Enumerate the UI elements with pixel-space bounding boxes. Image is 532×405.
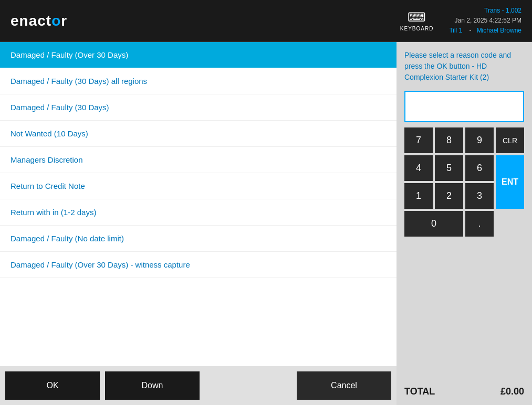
numpad: 789CLR456ENT1230. bbox=[404, 127, 524, 237]
cancel-button[interactable]: Cancel bbox=[297, 371, 391, 400]
main-content: Damaged / Faulty (Over 30 Days)Damaged /… bbox=[0, 42, 532, 405]
reason-item-1[interactable]: Damaged / Faulty (30 Days) all regions bbox=[0, 68, 397, 94]
numpad-key-7[interactable]: 7 bbox=[404, 127, 433, 153]
down-button[interactable]: Down bbox=[105, 371, 200, 400]
till-label: Till 1 bbox=[449, 27, 462, 34]
numpad-key-2[interactable]: 2 bbox=[435, 183, 463, 209]
numpad-key-5[interactable]: 5 bbox=[435, 155, 463, 181]
reason-item-7[interactable]: Damaged / Faulty (No date limit) bbox=[0, 226, 397, 252]
numpad-key-8[interactable]: 8 bbox=[435, 127, 463, 153]
trans-label: Trans bbox=[484, 7, 500, 14]
number-input-field[interactable] bbox=[410, 101, 519, 112]
left-panel: Damaged / Faulty (Over 30 Days)Damaged /… bbox=[0, 42, 397, 405]
date-line: Jan 2, 2025 4:22:52 PM bbox=[449, 16, 521, 26]
numpad-key-clr[interactable]: CLR bbox=[496, 127, 524, 153]
right-panel: Please select a reason code and press th… bbox=[397, 42, 532, 405]
keyboard-button[interactable]: ⌨ KEYBOARD bbox=[400, 10, 434, 31]
reason-item-3[interactable]: Not Wanted (10 Days) bbox=[0, 121, 397, 147]
logo: enactor bbox=[11, 13, 400, 29]
transaction-info: Trans - 1,002 Jan 2, 2025 4:22:52 PM Til… bbox=[449, 6, 521, 36]
reason-item-8[interactable]: Damaged / Faulty (Over 30 Days) - witnes… bbox=[0, 252, 397, 278]
trans-number: 1,002 bbox=[506, 7, 521, 14]
numpad-key-dot[interactable]: . bbox=[465, 211, 494, 237]
numpad-key-6[interactable]: 6 bbox=[465, 155, 494, 181]
numpad-key-ent[interactable]: ENT bbox=[496, 155, 524, 209]
header: enactor ⌨ KEYBOARD Trans - 1,002 Jan 2, … bbox=[0, 0, 532, 42]
instruction-text: Please select a reason code and press th… bbox=[404, 50, 524, 83]
reason-item-5[interactable]: Return to Credit Note bbox=[0, 173, 397, 199]
numpad-key-9[interactable]: 9 bbox=[465, 127, 494, 153]
keyboard-icon: ⌨ bbox=[408, 10, 426, 25]
ok-button[interactable]: OK bbox=[5, 371, 100, 400]
bottom-buttons: OK Down Cancel bbox=[0, 366, 397, 405]
number-input-display[interactable] bbox=[404, 91, 524, 122]
reason-item-0[interactable]: Damaged / Faulty (Over 30 Days) bbox=[0, 42, 397, 68]
numpad-key-0[interactable]: 0 bbox=[404, 211, 463, 237]
reason-list: Damaged / Faulty (Over 30 Days)Damaged /… bbox=[0, 42, 397, 366]
total-value: £0.00 bbox=[500, 386, 524, 397]
till-line: Till 1 - Michael Browne bbox=[449, 26, 521, 36]
reason-item-6[interactable]: Return with in (1-2 days) bbox=[0, 199, 397, 226]
logo-accent: o bbox=[51, 13, 61, 29]
numpad-key-4[interactable]: 4 bbox=[404, 155, 433, 181]
trans-number-line: Trans - 1,002 bbox=[449, 6, 521, 16]
total-section: TOTAL £0.00 bbox=[404, 386, 524, 397]
reason-item-2[interactable]: Damaged / Faulty (30 Days) bbox=[0, 94, 397, 121]
keyboard-label: KEYBOARD bbox=[400, 26, 434, 31]
operator-name: Michael Browne bbox=[477, 27, 521, 34]
total-label: TOTAL bbox=[404, 386, 435, 397]
numpad-key-1[interactable]: 1 bbox=[404, 183, 433, 209]
reason-item-4[interactable]: Managers Discretion bbox=[0, 147, 397, 173]
numpad-key-3[interactable]: 3 bbox=[465, 183, 494, 209]
